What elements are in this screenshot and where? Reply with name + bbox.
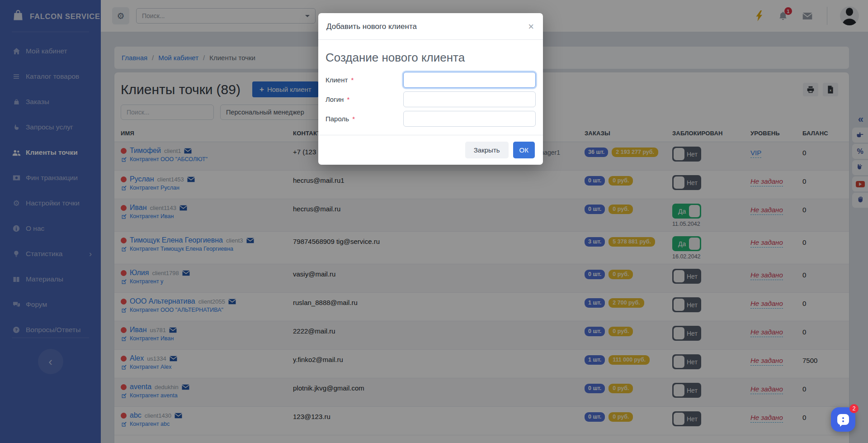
modal-header: Добавить нового клиента × bbox=[318, 13, 543, 40]
modal-fields: Клиент *Логин *Пароль * bbox=[326, 72, 536, 127]
app-root: FALCON SERVICE Мой кабинетКаталог товаро… bbox=[0, 0, 868, 443]
modal-field-row: Клиент * bbox=[326, 72, 536, 88]
modal-body: Создание нового клиента Клиент *Логин *П… bbox=[318, 40, 543, 135]
field-label-логин: Логин * bbox=[326, 95, 403, 103]
modal-field-row: Пароль * bbox=[326, 111, 536, 127]
field-label-клиент: Клиент * bbox=[326, 76, 403, 84]
chat-badge: 2 bbox=[849, 404, 859, 413]
modal-ok-button[interactable]: ОК bbox=[513, 142, 535, 158]
клиент-field[interactable] bbox=[403, 72, 536, 88]
modal-field-row: Логин * bbox=[326, 91, 536, 107]
chat-bubble-icon bbox=[837, 414, 849, 425]
add-client-modal: Добавить нового клиента × Создание новог… bbox=[318, 13, 543, 165]
required-asterisk: * bbox=[352, 115, 355, 123]
modal-close-button[interactable]: × bbox=[528, 22, 534, 32]
логин-field[interactable] bbox=[403, 91, 536, 107]
modal-title: Добавить нового клиента bbox=[326, 22, 417, 31]
modal-footer: Закрыть ОК bbox=[318, 135, 543, 165]
field-label-пароль: Пароль * bbox=[326, 115, 403, 123]
required-asterisk: * bbox=[351, 76, 354, 84]
пароль-field[interactable] bbox=[403, 111, 536, 127]
modal-heading: Создание нового клиента bbox=[326, 51, 536, 65]
required-asterisk: * bbox=[347, 95, 350, 103]
chat-widget-button[interactable]: 2 bbox=[831, 407, 855, 432]
modal-close-footer-button[interactable]: Закрыть bbox=[465, 142, 509, 158]
